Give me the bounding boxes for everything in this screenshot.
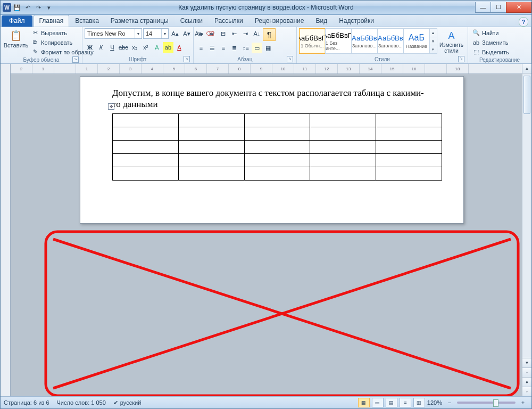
table-move-handle-icon[interactable]: ✥: [108, 103, 114, 110]
document-paragraph[interactable]: Допустим, в конце вашего документа с тек…: [112, 87, 431, 110]
justify-button[interactable]: ≣: [229, 43, 240, 53]
decrease-indent-button[interactable]: ⇤: [229, 28, 240, 39]
view-outline-button[interactable]: ≡: [400, 398, 411, 407]
maximize-button[interactable]: ☐: [491, 2, 506, 13]
tab-addins[interactable]: Надстройки: [333, 15, 380, 27]
zoom-in-button[interactable]: +: [518, 397, 528, 408]
document-viewport[interactable]: ✥ Допустим, в конце вашего документа с т…: [11, 74, 522, 396]
bold-button[interactable]: Ж: [85, 42, 95, 53]
prev-page-icon[interactable]: ◦: [522, 367, 531, 377]
font-launcher[interactable]: ↘: [184, 56, 190, 62]
ribbon: 📋 Вставить ✂Вырезать ⧉Копировать ✎Формат…: [1, 27, 531, 64]
tab-references[interactable]: Ссылки: [174, 15, 209, 27]
strike-button[interactable]: abc: [118, 42, 129, 53]
title-bar: W 💾 ↶ ↷ ▾ Как удалить пустую страницу в …: [1, 1, 531, 15]
show-paragraph-marks-button[interactable]: ¶: [263, 28, 276, 41]
status-page[interactable]: Страница: 6 из 6: [4, 399, 49, 406]
document-table[interactable]: [112, 113, 442, 181]
qat-redo-icon[interactable]: ↷: [34, 3, 43, 12]
annotation-delete-box: [43, 228, 521, 396]
tab-view[interactable]: Вид: [310, 15, 333, 27]
group-label-font: Шрифт↘: [85, 56, 191, 63]
font-name-combo[interactable]: Times New Ro▼: [85, 28, 142, 39]
chevron-up-icon: ▲: [429, 29, 437, 37]
file-tab[interactable]: Файл: [2, 15, 32, 27]
shrink-font-button[interactable]: A▾: [181, 28, 192, 39]
style-no-spacing[interactable]: АаБбВвГг1 Без инте...: [325, 28, 352, 54]
style-heading-2[interactable]: АаБбВвЗаголово...: [377, 28, 404, 54]
svg-line-1: [53, 239, 511, 388]
document-page[interactable]: ✥ Допустим, в конце вашего документа с т…: [80, 76, 464, 224]
qat-undo-icon[interactable]: ↶: [23, 3, 32, 12]
font-size-combo[interactable]: 14▼: [143, 28, 169, 39]
align-left-button[interactable]: ≡: [196, 43, 206, 53]
status-word-count[interactable]: Число слов: 1 050: [57, 399, 106, 406]
numbering-button[interactable]: ≕: [207, 28, 218, 39]
close-button[interactable]: ✕: [506, 2, 531, 13]
borders-button[interactable]: ▦: [263, 43, 273, 53]
brush-icon: ✎: [31, 48, 39, 56]
sort-button[interactable]: A↓: [252, 28, 262, 39]
scroll-track[interactable]: [522, 73, 531, 358]
align-center-button[interactable]: ☰: [207, 43, 218, 53]
multilevel-button[interactable]: ⊟: [218, 28, 229, 39]
view-draft-button[interactable]: ▥: [413, 398, 425, 407]
style-normal[interactable]: АаБбВвГг1 Обычн...: [299, 28, 326, 54]
clipboard-launcher[interactable]: ↘: [72, 56, 79, 63]
text-effects-button[interactable]: A: [152, 42, 162, 53]
qat-save-icon[interactable]: 💾: [12, 3, 22, 12]
view-web-button[interactable]: ▤: [386, 398, 397, 407]
tab-insert[interactable]: Вставка: [69, 15, 105, 27]
scissors-icon: ✂: [31, 29, 39, 37]
highlight-button[interactable]: ab: [163, 42, 173, 53]
tab-home[interactable]: Главная: [34, 15, 70, 27]
document-area: 211234567891011121314151618 ✥ Допустим, …: [1, 64, 531, 396]
vertical-scrollbar[interactable]: ▲ ▼ ◦ ● ◦: [522, 64, 531, 396]
style-heading-1[interactable]: АаБбВвЗаголово...: [351, 28, 378, 54]
ribbon-help-icon[interactable]: ?: [519, 17, 528, 27]
style-title[interactable]: АаБНазвание: [403, 28, 430, 54]
styles-launcher[interactable]: ↘: [458, 56, 464, 62]
scroll-thumb[interactable]: [523, 76, 530, 114]
underline-button[interactable]: Ч: [107, 42, 118, 53]
italic-button[interactable]: К: [96, 42, 106, 53]
align-right-button[interactable]: ≡: [218, 43, 229, 53]
qat-customize-icon[interactable]: ▾: [44, 3, 54, 12]
paragraph-launcher[interactable]: ↘: [287, 56, 293, 62]
styles-gallery-more[interactable]: ▲▼▾: [429, 28, 437, 54]
bullets-button[interactable]: ≔: [196, 28, 206, 39]
tab-mailings[interactable]: Рассылки: [209, 15, 249, 27]
zoom-slider[interactable]: [457, 402, 516, 404]
select-button[interactable]: ⬚Выделить: [470, 47, 511, 56]
view-print-layout-button[interactable]: ▦: [358, 398, 370, 407]
zoom-out-button[interactable]: −: [444, 397, 455, 408]
zoom-level[interactable]: 120%: [427, 399, 442, 406]
styles-gallery[interactable]: АаБбВвГг1 Обычн... АаБбВвГг1 Без инте...…: [299, 28, 437, 54]
increase-indent-button[interactable]: ⇥: [240, 28, 251, 39]
paste-button[interactable]: 📋 Вставить: [3, 28, 29, 50]
horizontal-ruler[interactable]: 211234567891011121314151618: [11, 64, 522, 74]
line-spacing-button[interactable]: ↕≡: [240, 43, 251, 53]
chevron-down-icon: ▼: [161, 29, 168, 38]
subscript-button[interactable]: x₂: [129, 42, 140, 53]
view-reading-button[interactable]: ▭: [372, 398, 384, 407]
next-page-icon[interactable]: ◦: [522, 387, 531, 396]
font-color-button[interactable]: A: [174, 42, 185, 53]
tab-page-layout[interactable]: Разметка страницы: [105, 15, 174, 27]
shading-button[interactable]: ▭: [252, 43, 262, 53]
zoom-slider-thumb[interactable]: [493, 399, 498, 407]
replace-button[interactable]: abЗаменить: [470, 38, 511, 47]
superscript-button[interactable]: x²: [140, 42, 151, 53]
scroll-down-icon[interactable]: ▼: [522, 358, 531, 367]
change-styles-button[interactable]: A Изменить стили: [437, 28, 466, 55]
word-app-icon[interactable]: W: [3, 3, 11, 12]
group-paragraph: ≔ ≕ ⊟ ⇤ ⇥ A↓ ¶ ≡ ☰ ≡ ≣ ↕≡ ▭ ▦: [194, 27, 297, 63]
status-language[interactable]: ✔русский: [113, 399, 141, 406]
scroll-up-icon[interactable]: ▲: [522, 64, 531, 73]
browse-object-icon[interactable]: ●: [522, 377, 531, 387]
vertical-ruler[interactable]: [1, 64, 11, 396]
minimize-button[interactable]: —: [475, 2, 491, 13]
find-button[interactable]: 🔍Найти: [470, 28, 511, 37]
grow-font-button[interactable]: A▴: [170, 28, 180, 39]
tab-review[interactable]: Рецензирование: [249, 15, 310, 27]
